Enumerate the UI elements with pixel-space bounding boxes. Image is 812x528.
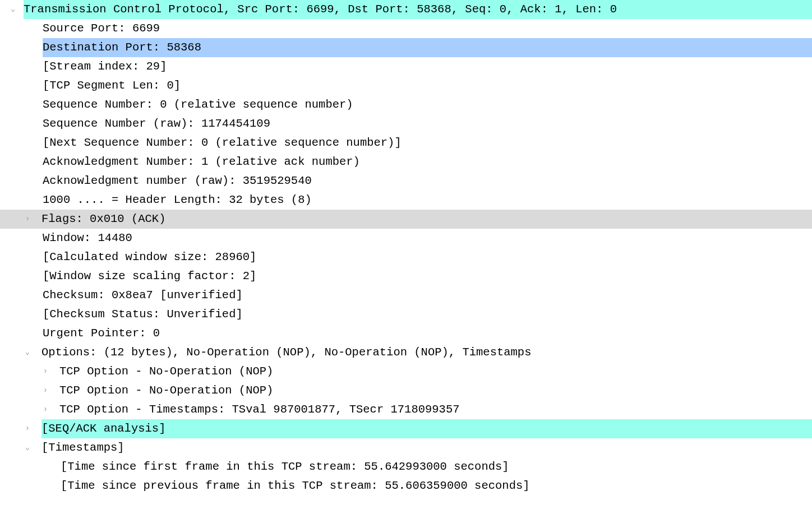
opt-nop1-label: TCP Option - No-Operation (NOP) (59, 362, 273, 381)
opt-ts-row[interactable]: · · › TCP Option - Timestamps: TSval 987… (0, 400, 812, 419)
tcp-header-label: Transmission Control Protocol, Src Port:… (24, 0, 617, 19)
chevron-right-icon[interactable]: › (41, 403, 49, 416)
dst-port-row[interactable]: · Destination Port: 58368 (0, 38, 812, 57)
options-label: Options: (12 bytes), No-Operation (NOP),… (41, 343, 531, 362)
seq-num-raw-row[interactable]: · Sequence Number (raw): 1174454109 (0, 114, 812, 133)
seg-len-row[interactable]: · [TCP Segment Len: 0] (0, 76, 812, 95)
win-scale-label: [Window size scaling factor: 2] (43, 267, 256, 286)
src-port-row[interactable]: · Source Port: 6699 (0, 19, 812, 38)
opt-nop1-row[interactable]: · · › TCP Option - No-Operation (NOP) (0, 362, 812, 381)
seg-len-label: [TCP Segment Len: 0] (43, 76, 181, 95)
options-row[interactable]: · ⌄ Options: (12 bytes), No-Operation (N… (0, 343, 812, 362)
checksum-status-row[interactable]: · [Checksum Status: Unverified] (0, 305, 812, 324)
timestamps-label: [Timestamps] (41, 438, 124, 457)
chevron-down-icon[interactable]: ⌄ (24, 441, 31, 454)
timestamps-row[interactable]: · ⌄ [Timestamps] (0, 438, 812, 457)
chevron-right-icon[interactable]: › (41, 365, 49, 378)
opt-nop2-label: TCP Option - No-Operation (NOP) (59, 381, 273, 400)
chevron-down-icon[interactable]: ⌄ (24, 346, 31, 359)
ack-num-label: Acknowledgment Number: 1 (relative ack n… (43, 152, 360, 172)
ts-prev-label: [Time since previous frame in this TCP s… (61, 476, 530, 495)
seqack-row[interactable]: · › [SEQ/ACK analysis] (0, 419, 812, 438)
seq-num-raw-label: Sequence Number (raw): 1174454109 (43, 114, 270, 133)
opt-ts-label: TCP Option - Timestamps: TSval 987001877… (59, 400, 460, 419)
ts-first-row[interactable]: · · [Time since first frame in this TCP … (0, 457, 812, 476)
urgent-row[interactable]: · Urgent Pointer: 0 (0, 324, 812, 343)
ack-num-row[interactable]: · Acknowledgment Number: 1 (relative ack… (0, 152, 812, 172)
chevron-down-icon[interactable]: ⌄ (9, 3, 17, 16)
urgent-label: Urgent Pointer: 0 (43, 324, 160, 343)
seq-num-label: Sequence Number: 0 (relative sequence nu… (43, 95, 353, 114)
opt-nop2-row[interactable]: · · › TCP Option - No-Operation (NOP) (0, 381, 812, 400)
window-label: Window: 14480 (43, 229, 132, 248)
win-scale-row[interactable]: · [Window size scaling factor: 2] (0, 267, 812, 286)
hdr-len-row[interactable]: · 1000 .... = Header Length: 32 bytes (8… (0, 191, 812, 210)
seq-num-row[interactable]: · Sequence Number: 0 (relative sequence … (0, 95, 812, 114)
stream-index-label: [Stream index: 29] (43, 57, 167, 76)
chevron-right-icon[interactable]: › (24, 212, 31, 225)
seqack-label: [SEQ/ACK analysis] (41, 419, 165, 438)
packet-details-tree: ⌄ Transmission Control Protocol, Src Por… (0, 0, 812, 495)
checksum-row[interactable]: · Checksum: 0x8ea7 [unverified] (0, 286, 812, 305)
dst-port-label: Destination Port: 58368 (43, 38, 201, 57)
ts-first-label: [Time since first frame in this TCP stre… (61, 457, 509, 476)
calc-win-row[interactable]: · [Calculated window size: 28960] (0, 248, 812, 267)
flags-label: Flags: 0x010 (ACK) (41, 210, 165, 229)
window-row[interactable]: · Window: 14480 (0, 229, 812, 248)
chevron-right-icon[interactable]: › (24, 422, 31, 435)
next-seq-row[interactable]: · [Next Sequence Number: 0 (relative seq… (0, 133, 812, 152)
flags-row[interactable]: · › Flags: 0x010 (ACK) (0, 210, 812, 229)
tcp-header-row[interactable]: ⌄ Transmission Control Protocol, Src Por… (0, 0, 812, 19)
ack-num-raw-label: Acknowledgment number (raw): 3519529540 (43, 172, 312, 191)
stream-index-row[interactable]: · [Stream index: 29] (0, 57, 812, 76)
hdr-len-label: 1000 .... = Header Length: 32 bytes (8) (43, 191, 312, 210)
checksum-status-label: [Checksum Status: Unverified] (43, 305, 243, 324)
checksum-label: Checksum: 0x8ea7 [unverified] (43, 286, 243, 305)
chevron-right-icon[interactable]: › (41, 384, 49, 397)
next-seq-label: [Next Sequence Number: 0 (relative seque… (43, 133, 402, 152)
ts-prev-row[interactable]: · · [Time since previous frame in this T… (0, 476, 812, 495)
src-port-label: Source Port: 6699 (43, 19, 160, 38)
ack-num-raw-row[interactable]: · Acknowledgment number (raw): 351952954… (0, 172, 812, 191)
calc-win-label: [Calculated window size: 28960] (43, 248, 256, 267)
